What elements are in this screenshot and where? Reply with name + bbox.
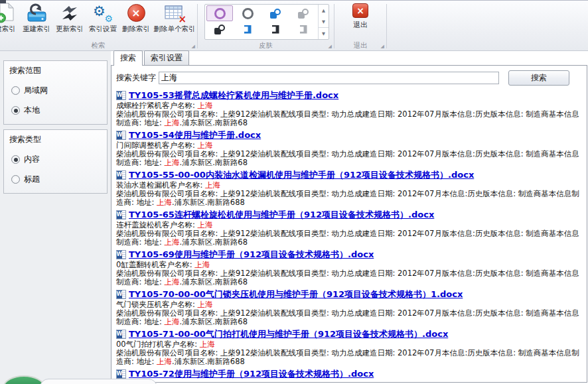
ribbon-group-exit-label: 退出 xyxy=(354,41,368,50)
ribbon-separator xyxy=(334,4,334,48)
skin-light-clock[interactable] xyxy=(290,5,317,21)
dialog-launcher-icon[interactable]: ◢ xyxy=(329,44,332,49)
result-link[interactable]: TY105-71-00-00气门拍打机使用与维护手册（912项目设备技术规格书）… xyxy=(129,328,448,340)
result-link[interactable]: TY105-53摇臂总成螺栓拧紧机使用与维护手册.docx xyxy=(129,90,338,101)
result-title-row: WTY105-54使用与维护手册.docx xyxy=(116,129,582,141)
scroll-up-icon[interactable]: ▲ xyxy=(319,5,329,16)
new-index-icon xyxy=(0,2,15,24)
word-doc-icon: W xyxy=(116,210,126,220)
search-scope-option[interactable]: 局域网 xyxy=(11,85,102,96)
ribbon: 建索引重建索引更新索引⚙⚙索引设置×删除索引×删除单个索引 检索 ◢ ▲ ▼ ▼ xyxy=(0,0,588,51)
search-button[interactable]: 搜索 xyxy=(508,70,569,86)
skin-gray-ring-icon xyxy=(242,8,254,19)
result-snippet: 00气门拍打机客户名称: 上海柴油机股份有限公司项目名称: 上柴912柴油机装配… xyxy=(116,340,582,366)
window-edge-artifact xyxy=(0,0,6,3)
highlighted-keyword: 上海 xyxy=(198,141,213,150)
result-snippet: 成螺栓拧紧机客户名称: 上海柴油机股份有限公司项目名称: 上柴912柴油机装配线… xyxy=(116,101,582,127)
gallery-more-icon[interactable]: ▼ xyxy=(319,27,329,39)
ribbon-button-label: 索引设置 xyxy=(89,25,117,34)
result-title-row: WTY105-55-00-00内装油水道检漏机使用与维护手册（912项目设备技术… xyxy=(116,169,582,180)
word-doc-icon: W xyxy=(116,170,126,180)
highlighted-keyword: 上海 xyxy=(200,340,215,349)
ribbon-button-label: 删除单个索引 xyxy=(154,25,196,34)
ribbon-group-skin: ▲ ▼ ▼ 皮肤 ◢ xyxy=(198,1,333,50)
highlighted-keyword: 上海 xyxy=(165,118,180,127)
dialog-launcher-icon[interactable]: ◢ xyxy=(381,44,384,49)
tab-index-settings[interactable]: 索引设置 xyxy=(144,50,189,65)
result-link[interactable]: TY105-70-00-00气门锁夹压机使用与维护手册（912项目设备技术规格书… xyxy=(129,288,463,300)
update-index-icon xyxy=(60,2,80,24)
result-link[interactable]: TY105-54使用与维护手册.docx xyxy=(129,129,261,141)
skin-gray-ring[interactable] xyxy=(234,5,261,21)
ribbon-button-label: 更新索引 xyxy=(56,25,84,34)
result-link[interactable]: TY105-69使用与维护手册（912项目设备技术规格书）.docx xyxy=(129,249,374,261)
skin-blue-solid[interactable] xyxy=(234,21,261,37)
search-result: WTY105-55-00-00内装油水道检漏机使用与维护手册（912项目设备技术… xyxy=(116,169,582,207)
highlighted-keyword: 上海 xyxy=(157,198,172,207)
result-title-row: WTY105-53摇臂总成螺栓拧紧机使用与维护手册.docx xyxy=(116,90,582,101)
highlighted-keyword: 上海 xyxy=(205,180,220,190)
skin-gray-solid[interactable] xyxy=(290,21,317,37)
delete-single-index-button[interactable]: ×删除单个索引 xyxy=(153,1,196,34)
search-keyword-input[interactable] xyxy=(159,72,499,84)
search-result: WTY105-69使用与维护手册（912项目设备技术规格书）.docx0缸盖翻转… xyxy=(116,249,582,287)
rebuild-index-button[interactable]: 重建索引 xyxy=(20,1,53,34)
skin-purple-ring[interactable] xyxy=(206,5,233,21)
result-link[interactable]: TY105-72使用与维护手册（912项目设备技术规格书）.docx xyxy=(129,368,374,380)
word-doc-icon: W xyxy=(116,250,126,259)
ribbon-group-exit-footer: 退出 ◢ xyxy=(335,40,386,50)
delete-index-button[interactable]: ×删除索引 xyxy=(119,1,153,34)
search-scope-option[interactable]: 本地 xyxy=(11,105,102,116)
highlighted-keyword: 上海 xyxy=(194,260,210,269)
highlighted-keyword: 上海 xyxy=(165,158,180,167)
ribbon-group-exit: × 退出 退出 ◢ xyxy=(335,1,386,50)
sidebar: 搜索范围 局域网本地 搜索类型 内容标题 xyxy=(0,51,111,384)
ribbon-group-index-label: 检索 xyxy=(92,41,106,50)
skin-blue-solid-icon xyxy=(244,25,252,34)
exit-button[interactable]: × 退出 xyxy=(352,1,368,30)
result-link[interactable]: TY105-55-00-00内装油水道检漏机使用与维护手册（912项目设备技术规… xyxy=(129,169,474,181)
skin-purple-ring-icon xyxy=(214,8,226,19)
skin-gallery-scrollbar: ▲ ▼ ▼ xyxy=(318,5,329,39)
ribbon-separator xyxy=(197,4,198,48)
search-type-option[interactable]: 内容 xyxy=(11,154,102,165)
search-result: WTY105-65连杆螺栓旋松机使用与维护手册（912项目设备技术规格书）.do… xyxy=(116,209,582,247)
rebuild-index-icon xyxy=(26,2,47,24)
result-title-row: WTY105-65连杆螺栓旋松机使用与维护手册（912项目设备技术规格书）.do… xyxy=(116,209,582,220)
scroll-down-icon[interactable]: ▼ xyxy=(319,16,329,27)
search-type-option[interactable]: 标题 xyxy=(11,174,102,185)
result-title-row: WTY105-71-00-00气门拍打机使用与维护手册（912项目设备技术规格书… xyxy=(116,328,582,340)
highlighted-keyword: 上海 xyxy=(165,237,180,247)
word-doc-icon: W xyxy=(116,131,126,140)
app-window: 建索引重建索引更新索引⚙⚙索引设置×删除索引×删除单个索引 检索 ◢ ▲ ▼ ▼ xyxy=(0,0,588,384)
tab-search[interactable]: 搜索 xyxy=(113,50,143,66)
result-title-row: WTY105-69使用与维护手册（912项目设备技术规格书）.docx xyxy=(116,249,582,260)
search-scope-option-label: 局域网 xyxy=(24,85,48,96)
index-settings-button[interactable]: ⚙⚙索引设置 xyxy=(86,1,119,34)
result-snippet: 0缸盖翻转机客户名称: 上海柴油机股份有限公司项目名称: 上柴912柴油机装配线… xyxy=(116,261,582,287)
search-result: WTY105-53摇臂总成螺栓拧紧机使用与维护手册.docx成螺栓拧紧机客户名称… xyxy=(116,90,582,127)
result-link[interactable]: TY105-65连杆螺栓旋松机使用与维护手册（912项目设备技术规格书）.doc… xyxy=(129,209,434,221)
skin-black-solid[interactable] xyxy=(262,21,289,37)
dialog-launcher-icon[interactable]: ◢ xyxy=(192,44,195,49)
highlighted-keyword: 上海 xyxy=(198,101,213,110)
ribbon-group-skin-label: 皮肤 xyxy=(259,41,273,50)
ribbon-group-index: 建索引重建索引更新索引⚙⚙索引设置×删除索引×删除单个索引 检索 ◢ xyxy=(0,1,196,50)
result-title-row: WTY105-70-00-00气门锁夹压机使用与维护手册（912项目设备技术规格… xyxy=(116,288,582,300)
skin-blue-clock[interactable] xyxy=(262,5,289,21)
skin-gallery: ▲ ▼ ▼ xyxy=(204,4,329,40)
search-result: WTY105-72使用与维护手册（912项目设备技术规格书）.docx xyxy=(116,368,582,379)
update-index-button[interactable]: 更新索引 xyxy=(53,1,86,34)
exit-button-label: 退出 xyxy=(353,20,368,30)
search-keyword-label: 搜索关键字 xyxy=(116,72,156,84)
search-result: WTY105-71-00-00气门拍打机使用与维护手册（912项目设备技术规格书… xyxy=(116,328,582,366)
new-index-button[interactable]: 建索引 xyxy=(0,1,20,34)
ribbon-button-label: 建索引 xyxy=(0,25,16,34)
result-title-row: WTY105-72使用与维护手册（912项目设备技术规格书）.docx xyxy=(116,368,582,379)
ribbon-button-label: 重建索引 xyxy=(23,25,50,34)
result-snippet: 连杆盖旋松机客户名称: 上海柴油机股份有限公司项目名称: 上柴912柴油机装配线… xyxy=(116,221,582,247)
word-doc-icon: W xyxy=(116,91,126,100)
delete-single-index-icon: × xyxy=(165,2,184,24)
skin-black-clock[interactable] xyxy=(206,21,233,37)
ribbon-group-skin-footer: 皮肤 ◢ xyxy=(198,40,333,50)
